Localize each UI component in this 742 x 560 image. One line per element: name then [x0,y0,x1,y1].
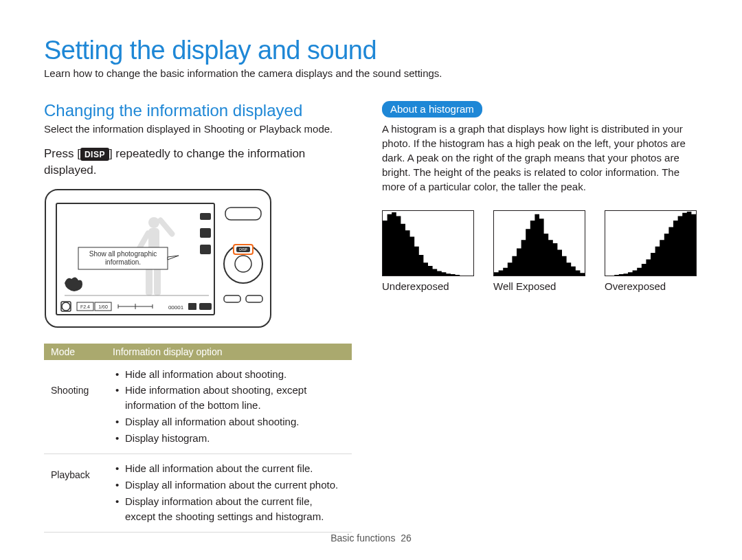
page-title: Setting the display and sound [44,37,701,63]
svg-rect-29 [224,295,240,302]
list-item: Display information about the current fi… [113,494,345,524]
list-item: Display all information about shooting. [113,414,345,429]
list-item: Hide all information about shooting. [113,367,345,382]
svg-rect-30 [246,295,262,302]
svg-rect-11 [200,213,211,220]
press-before: Press [ [44,147,80,160]
histogram-overexposed: Overexposed [605,210,701,292]
histogram-label: Well Exposed [493,280,589,292]
table-header-option: Information display option [106,344,352,360]
status-count: 00001 [168,304,184,311]
footer-section: Basic functions [330,533,395,544]
histogram-wellexposed: Well Exposed [493,210,589,292]
table-row: Playback Hide all information about the … [44,454,352,533]
histogram-row: Underexposed Well Exposed Overexposed [382,210,701,292]
svg-rect-12 [200,228,211,238]
press-instruction: Press [DISP] repeatedly to change the in… [44,146,352,179]
svg-point-25 [235,256,251,272]
histogram-chart [494,211,585,276]
section-heading: Changing the information displayed [44,101,352,120]
tooltip-l2: information. [105,258,141,266]
histogram-label: Overexposed [605,280,701,292]
page-footer: Basic functions 26 [0,533,742,544]
histogram-underexposed: Underexposed [382,210,478,292]
right-column: About a histogram A histogram is a graph… [382,101,701,533]
histogram-chart [383,211,473,276]
camera-illustration: Show all photographic information. F2.4 … [44,188,272,328]
histogram-chart [605,211,696,276]
svg-rect-23 [199,303,212,310]
page-subtitle: Learn how to change the basic informatio… [44,67,701,79]
table-header-mode: Mode [44,344,106,360]
list-item: Display all information about the curren… [113,478,345,493]
tooltip-l1: Show all photographic [89,250,157,258]
disp-button-icon: DISP [80,148,109,161]
table-row: Shooting Hide all information about shoo… [44,360,352,454]
info-display-table: Mode Information display option Shooting… [44,344,352,533]
histogram-pill: About a histogram [382,101,482,117]
list-item: Hide all information about the current f… [113,461,345,476]
list-item: Display histogram. [113,431,345,446]
left-column: Changing the information displayed Selec… [44,101,352,533]
svg-rect-13 [200,245,211,254]
histogram-label: Underexposed [382,280,478,292]
list-item: Hide information about shooting, except … [113,383,345,413]
status-f: F2.4 [80,304,90,309]
section-sub: Select the information displayed in Shoo… [44,123,352,135]
svg-rect-22 [188,303,196,310]
mode-cell: Shooting [44,360,106,454]
footer-page: 26 [401,533,412,544]
svg-point-2 [148,217,159,228]
mode-cell: Playback [44,454,106,533]
status-shutter: 1/60 [98,304,108,309]
histogram-paragraph: A histogram is a graph that displays how… [382,122,701,194]
disp-label: DISP [239,247,247,251]
svg-rect-28 [225,208,261,220]
